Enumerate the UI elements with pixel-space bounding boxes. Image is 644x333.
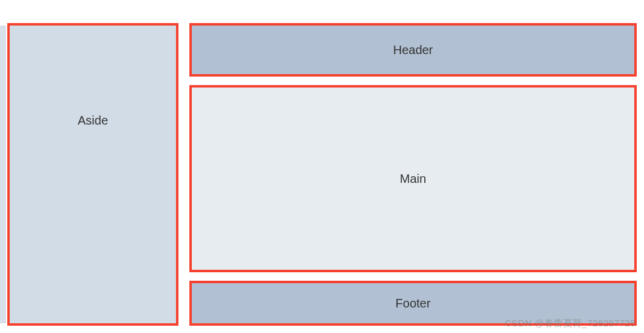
right-column: Header Main Footer: [189, 23, 637, 326]
watermark-text: CSDN @春蕾夏荷_728297725: [505, 318, 636, 329]
main-panel: Main: [189, 85, 637, 272]
footer-label: Footer: [396, 297, 431, 311]
aside-panel: Aside: [7, 23, 178, 326]
main-label: Main: [400, 172, 426, 186]
header-panel: Header: [189, 23, 637, 77]
aside-label: Aside: [78, 114, 108, 128]
left-edge-strip: [0, 26, 6, 323]
layout-container: Aside Header Main Footer: [0, 0, 644, 333]
header-label: Header: [393, 43, 433, 57]
